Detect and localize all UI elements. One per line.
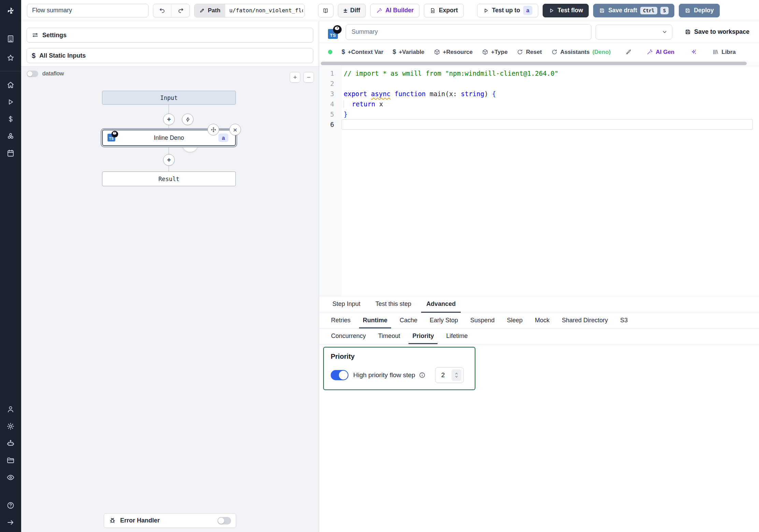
- ai-builder-button[interactable]: AI Builder: [370, 4, 419, 17]
- script-version-select[interactable]: [596, 25, 672, 40]
- windmill-logo-icon[interactable]: [0, 0, 21, 21]
- redo-button[interactable]: [171, 4, 189, 17]
- add-type-button[interactable]: +Type: [482, 49, 507, 56]
- add-resource-button[interactable]: +Resource: [434, 49, 473, 56]
- tab-priority[interactable]: Priority: [409, 329, 438, 344]
- code-text[interactable]: // import * as wmill from "npm:windmill-…: [342, 68, 759, 78]
- flow-summary-input[interactable]: [27, 4, 148, 17]
- tab-shared-directory[interactable]: Shared Directory: [558, 313, 612, 328]
- tab-mock[interactable]: Mock: [531, 313, 553, 328]
- flow-node-result[interactable]: Result: [102, 172, 236, 186]
- add-context-var-button[interactable]: $+Context Var: [342, 48, 383, 56]
- calendar-icon[interactable]: [6, 149, 15, 157]
- tab-lifetime[interactable]: Lifetime: [442, 329, 471, 344]
- sparkles-icon: [690, 49, 697, 55]
- tab-advanced[interactable]: Advanced: [421, 296, 461, 313]
- star-icon[interactable]: [6, 54, 15, 62]
- info-icon: [419, 372, 426, 379]
- dollar-icon[interactable]: [6, 115, 15, 123]
- priority-number-input[interactable]: 2: [435, 367, 464, 383]
- tab-suspend[interactable]: Suspend: [467, 313, 498, 328]
- flow-panel: Settings $ All Static Inputs dataflow + …: [21, 21, 319, 532]
- reset-button[interactable]: Reset: [517, 49, 542, 56]
- summary-input[interactable]: [346, 24, 591, 40]
- bolt-icon: [185, 117, 191, 122]
- save-draft-button[interactable]: Save draft CtrlS: [593, 4, 674, 17]
- library-button[interactable]: Libra: [712, 49, 736, 56]
- tab-cache[interactable]: Cache: [396, 313, 421, 328]
- flow-settings-button[interactable]: Settings: [27, 28, 313, 43]
- play-icon[interactable]: [6, 98, 15, 106]
- scrollbar-thumb[interactable]: [321, 62, 747, 65]
- test-flow-button[interactable]: Test flow: [543, 4, 589, 17]
- tab-test-this-step[interactable]: Test this step: [370, 296, 416, 313]
- help-icon[interactable]: [6, 501, 15, 509]
- tab-timeout[interactable]: Timeout: [374, 329, 404, 344]
- diff-button[interactable]: ±Diff: [338, 4, 366, 17]
- tab-sleep[interactable]: Sleep: [503, 313, 526, 328]
- high-priority-label: High priority flow step: [353, 371, 415, 379]
- horizontal-scrollbar[interactable]: [319, 61, 759, 66]
- format-button[interactable]: [625, 49, 632, 55]
- tab-step-input[interactable]: Step Input: [327, 296, 366, 313]
- bug-icon: [109, 517, 116, 524]
- code-editor[interactable]: 1// import * as wmill from "npm:windmill…: [319, 66, 759, 296]
- gear-icon[interactable]: [6, 422, 15, 430]
- robot-icon[interactable]: [6, 439, 15, 447]
- number-stepper[interactable]: [452, 369, 461, 381]
- test-up-to-button[interactable]: Test up to a: [477, 4, 538, 17]
- code-text[interactable]: [342, 78, 759, 89]
- code-line-3[interactable]: 3export async function main(x: string) {: [319, 89, 759, 99]
- tab-runtime[interactable]: Runtime: [359, 313, 391, 328]
- save-to-workspace-button[interactable]: Save to workspace: [685, 28, 749, 35]
- move-step-button[interactable]: [207, 124, 219, 135]
- dataflow-toggle[interactable]: [27, 71, 38, 77]
- eye-icon[interactable]: [6, 473, 15, 482]
- tab-early-stop[interactable]: Early Stop: [426, 313, 462, 328]
- flow-node-input[interactable]: Input: [102, 91, 236, 105]
- ai-gen-button[interactable]: AI Gen: [646, 49, 674, 56]
- tab-retries[interactable]: Retries: [327, 313, 354, 328]
- docs-button[interactable]: [318, 4, 333, 17]
- dollar-icon: $: [32, 52, 35, 60]
- code-text[interactable]: }: [342, 109, 759, 119]
- user-icon[interactable]: [6, 405, 15, 413]
- error-handler-row[interactable]: Error Handler: [104, 513, 236, 528]
- info-icon[interactable]: [419, 372, 426, 379]
- building-icon[interactable]: [6, 35, 15, 43]
- code-line-2[interactable]: 2: [319, 78, 759, 89]
- zoom-in-button[interactable]: +: [290, 72, 300, 83]
- path-input[interactable]: [225, 4, 304, 17]
- code-text[interactable]: export async function main(x: string) {: [342, 89, 759, 99]
- rail-divider: [0, 71, 21, 71]
- ai-sparkles-button[interactable]: [690, 49, 697, 55]
- error-handler-toggle[interactable]: [217, 517, 231, 524]
- arrow-right-icon[interactable]: [6, 518, 15, 527]
- undo-button[interactable]: [153, 4, 171, 17]
- apps-icon[interactable]: [6, 132, 15, 140]
- code-text[interactable]: return x: [342, 99, 759, 109]
- code-line-6[interactable]: 6: [319, 119, 759, 130]
- export-button[interactable]: Export: [424, 4, 463, 17]
- delete-step-button[interactable]: ×: [229, 124, 241, 135]
- add-trigger-button[interactable]: [182, 114, 194, 125]
- assistants-button[interactable]: Assistants (Deno): [551, 49, 611, 56]
- folder-icon[interactable]: [6, 456, 15, 464]
- deploy-button[interactable]: Deploy: [679, 4, 719, 17]
- add-step-button-2[interactable]: +: [163, 154, 175, 166]
- play-icon: [483, 8, 489, 14]
- add-variable-button[interactable]: $+Variable: [392, 48, 424, 56]
- code-line-1[interactable]: 1// import * as wmill from "npm:windmill…: [319, 68, 759, 78]
- add-step-button[interactable]: +: [163, 114, 175, 125]
- high-priority-toggle[interactable]: [331, 370, 348, 380]
- code-text[interactable]: [342, 119, 753, 130]
- path-button[interactable]: Path: [195, 4, 225, 17]
- flow-canvas[interactable]: dataflow + − Input + × TS Inline Deno: [21, 66, 319, 532]
- code-line-4[interactable]: 4 return x: [319, 99, 759, 109]
- tab-concurrency[interactable]: Concurrency: [327, 329, 370, 344]
- home-icon[interactable]: [6, 81, 15, 89]
- tab-s3[interactable]: S3: [616, 313, 631, 328]
- code-line-5[interactable]: 5}: [319, 109, 759, 119]
- zoom-out-button[interactable]: −: [303, 72, 314, 83]
- all-static-inputs-button[interactable]: $ All Static Inputs: [27, 48, 313, 63]
